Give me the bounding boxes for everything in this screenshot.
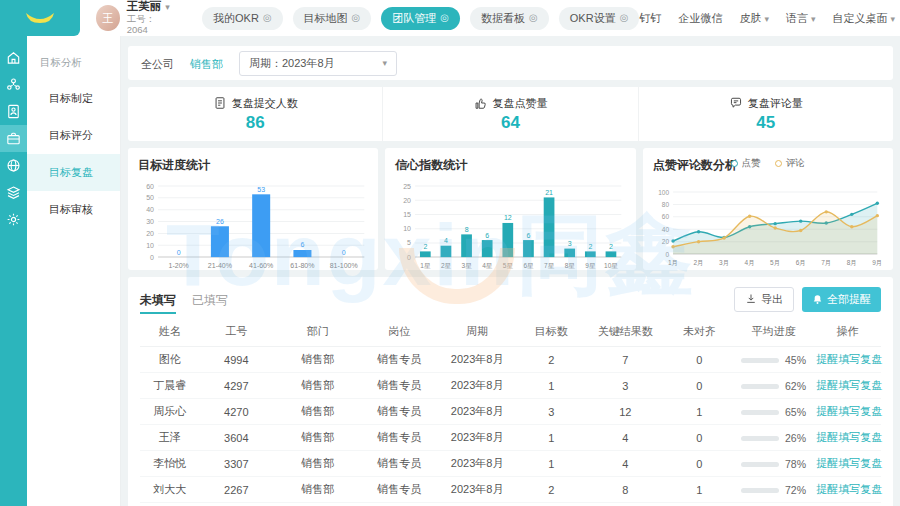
svg-text:6: 6	[527, 232, 531, 239]
column-header-9: 操作	[814, 317, 881, 347]
svg-text:50: 50	[146, 194, 154, 201]
cell-action: 提醒填写复盘	[814, 451, 881, 477]
nav-pill-0[interactable]: 我的OKR◎	[202, 7, 283, 30]
chart-title: 信心指数统计	[395, 157, 625, 174]
remind-fill-link[interactable]: 提醒填写复盘	[816, 405, 882, 417]
svg-text:0: 0	[407, 254, 411, 261]
nav-pill-4[interactable]: OKR设置◎	[559, 7, 640, 30]
top-header: 王 王芙丽▾ 工号：2064 我的OKR◎目标地图◎团队管理◎数据看板◎OKR设…	[0, 0, 900, 36]
cell-krs: 12	[585, 399, 667, 425]
table-tab-0[interactable]: 未填写	[140, 293, 176, 314]
sidebar-item-3[interactable]: 目标审核	[27, 191, 120, 228]
rail-item-team[interactable]	[0, 71, 27, 98]
review-table-card: 未填写已填写 导出 全部提醒	[128, 277, 893, 506]
table-row: 图伦4994销售部销售专员2023年8月27045%提醒填写复盘	[140, 347, 881, 373]
legend-item[interactable]: 评论	[775, 157, 805, 170]
column-header-5: 目标数	[518, 317, 585, 347]
svg-text:8月: 8月	[846, 259, 856, 267]
rail-item-member-doc[interactable]	[0, 98, 27, 125]
sidebar-item-2[interactable]: 目标复盘	[27, 154, 120, 191]
progress-bar	[741, 462, 779, 467]
settings-icon	[5, 211, 22, 228]
cell-role: 销售专员	[362, 503, 436, 506]
header-menu-2[interactable]: 皮肤▾	[739, 11, 769, 26]
header-menu-1[interactable]: 企业微信	[678, 11, 722, 26]
target-icon: ◎	[352, 13, 361, 23]
cell-goals: 1	[518, 451, 585, 477]
comment-icon	[729, 96, 743, 110]
sidebar-item-0[interactable]: 目标制定	[27, 80, 120, 117]
svg-text:12: 12	[504, 214, 512, 221]
svg-text:2月: 2月	[693, 259, 703, 267]
legend-item[interactable]: 点赞	[731, 157, 761, 170]
cell-unaligned: 1	[666, 477, 733, 503]
svg-text:9月: 9月	[872, 259, 882, 267]
chevron-down-icon: ▾	[890, 14, 895, 24]
home-icon	[5, 49, 22, 66]
stat-card-0: 复盘提交人数 86	[128, 87, 382, 141]
export-button[interactable]: 导出	[734, 287, 794, 312]
cell-period: 2023年8月	[436, 477, 518, 503]
brand-logo[interactable]	[0, 0, 80, 36]
nav-pill-2[interactable]: 团队管理◎	[381, 7, 460, 30]
header-menu-4[interactable]: 自定义桌面▾	[832, 11, 895, 26]
nav-pill-3[interactable]: 数据看板◎	[470, 7, 549, 30]
remind-fill-link[interactable]: 提醒填写复盘	[816, 483, 882, 495]
rail-item-workbench[interactable]	[0, 125, 27, 152]
cell-role: 销售专员	[362, 425, 436, 451]
nav-pill-1[interactable]: 目标地图◎	[293, 7, 372, 30]
period-select[interactable]: 周期：2023年8月 ▾	[239, 51, 397, 76]
cell-progress: 78%	[733, 451, 815, 477]
header-menu-0[interactable]: 钉钉	[639, 11, 661, 26]
user-profile[interactable]: 王 王芙丽▾ 工号：2064	[96, 0, 172, 35]
cell-id: 4994	[199, 347, 273, 373]
cell-goals: 1	[518, 373, 585, 399]
cell-unaligned: 0	[666, 373, 733, 399]
rail-item-layers[interactable]	[0, 179, 27, 206]
remind-fill-link[interactable]: 提醒填写复盘	[816, 457, 882, 469]
filter-tab-0[interactable]: 全公司	[141, 58, 174, 70]
svg-text:4: 4	[444, 237, 448, 244]
cell-unaligned: 0	[666, 347, 733, 373]
target-icon: ◎	[529, 13, 538, 23]
remind-all-button[interactable]: 全部提醒	[802, 287, 881, 312]
cell-name: 丁晨睿	[140, 373, 199, 399]
rail-item-settings[interactable]	[0, 206, 27, 233]
table-header-row: 姓名工号部门岗位周期目标数关键结果数未对齐平均进度操作	[140, 317, 881, 347]
cell-krs: 3	[585, 373, 667, 399]
remind-all-label: 全部提醒	[827, 292, 871, 307]
svg-text:40: 40	[661, 226, 669, 233]
cell-goals: 1	[518, 503, 585, 506]
cell-action: 提醒填写复盘	[814, 399, 881, 425]
stat-card-1: 复盘点赞量 64	[382, 87, 637, 141]
nav-pill-label: OKR设置	[570, 11, 616, 26]
rail-item-home[interactable]	[0, 44, 27, 71]
sidebar-item-1[interactable]: 目标评分	[27, 117, 120, 154]
thumb-up-icon	[473, 96, 487, 110]
chart-legend: 点赞评论	[643, 157, 893, 170]
svg-text:20: 20	[661, 238, 669, 245]
filter-tab-1[interactable]: 销售部	[190, 58, 223, 70]
cell-name: 李怡悦	[140, 503, 199, 506]
sidebar-title: 目标分析	[27, 56, 120, 70]
export-label: 导出	[761, 292, 783, 307]
remind-fill-link[interactable]: 提醒填写复盘	[816, 431, 882, 443]
header-menu-3[interactable]: 语言▾	[786, 11, 816, 26]
remind-fill-link[interactable]: 提醒填写复盘	[816, 353, 882, 365]
cell-period: 2023年8月	[436, 373, 518, 399]
avatar[interactable]: 王	[96, 5, 120, 31]
cell-unaligned: 0	[666, 451, 733, 477]
cell-id: 4270	[199, 399, 273, 425]
svg-text:3: 3	[568, 240, 572, 247]
column-header-6: 关键结果数	[585, 317, 667, 347]
svg-text:5: 5	[407, 239, 411, 246]
svg-text:60: 60	[661, 213, 669, 220]
rail-item-explore[interactable]	[0, 152, 27, 179]
svg-text:2: 2	[424, 243, 428, 250]
table-row: 周乐心4270销售部销售专员2023年8月312165%提醒填写复盘	[140, 399, 881, 425]
cell-unaligned: 1	[666, 399, 733, 425]
svg-text:81-100%: 81-100%	[330, 262, 358, 269]
table-tab-1[interactable]: 已填写	[192, 293, 228, 312]
cell-krs: 4	[585, 451, 667, 477]
remind-fill-link[interactable]: 提醒填写复盘	[816, 379, 882, 391]
